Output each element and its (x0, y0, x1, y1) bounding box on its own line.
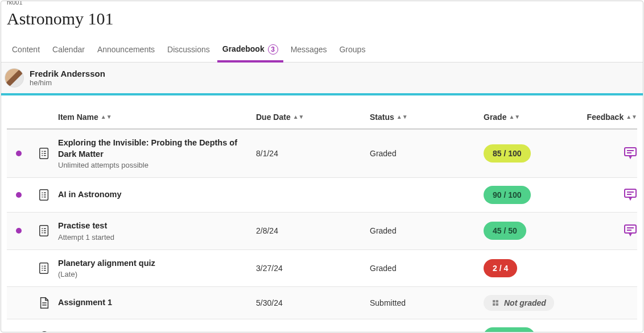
tab-gradebook[interactable]: Gradebook3 (216, 38, 284, 62)
sort-icon: ▲▼ (626, 114, 637, 120)
unread-dot-icon (16, 192, 22, 198)
col-item-name[interactable]: Item Name ▲▼ (58, 113, 256, 122)
page-title: Astronomy 101 (1, 6, 643, 38)
sort-icon: ▲▼ (397, 114, 408, 120)
grade-pill[interactable]: 190 / 200 (484, 327, 535, 332)
grade-pill[interactable]: 45 / 50 (484, 222, 526, 240)
test-icon (31, 188, 58, 202)
test-icon (31, 147, 58, 160)
col-due-label: Due Date (256, 113, 291, 122)
grade-pill[interactable]: 90 / 100 (484, 186, 531, 204)
item-name[interactable]: Discussion (58, 331, 256, 332)
nav-tabs: ContentCalendarAnnouncementsDiscussionsG… (1, 38, 643, 63)
tab-label: Content (12, 45, 40, 54)
col-item-label: Item Name (58, 113, 98, 122)
status: Graded (370, 226, 484, 235)
item-name[interactable]: AI in Astronomy (58, 189, 256, 201)
feedback-icon[interactable] (624, 194, 637, 203)
due-date: 8/1/24 (256, 149, 370, 158)
feedback-icon[interactable] (624, 152, 637, 161)
status: Graded (370, 264, 484, 273)
gradebook-grid: Item Name ▲▼ Due Date ▲▼ Status ▲▼ Grade… (1, 95, 643, 332)
status: Graded (370, 149, 484, 158)
item-name[interactable]: Assignment 1 (58, 297, 256, 309)
avatar[interactable] (5, 68, 24, 88)
item-subtext: Attempt 1 started (58, 233, 256, 242)
feedback-icon[interactable] (624, 230, 637, 239)
rubric-icon (492, 299, 499, 307)
table-row[interactable]: Discussion6/16/24190 / 200 (7, 319, 637, 332)
doc-icon (31, 296, 58, 310)
tab-label: Discussions (167, 45, 210, 54)
item-name[interactable]: Exploring the Invisible: Probing the Dep… (58, 138, 256, 160)
student-pronouns: he/him (30, 78, 105, 87)
item-subtext: (Late) (58, 270, 256, 278)
table-row[interactable]: Assignment 15/30/24SubmittedNot graded (7, 287, 637, 319)
col-feedback-label: Feedback (587, 113, 624, 122)
tab-label: Messages (291, 45, 327, 54)
grade-text: Not graded (504, 298, 546, 307)
tab-label: Groups (339, 45, 365, 54)
student-name: Fredrik Andersson (30, 69, 105, 78)
unread-dot-icon (16, 228, 22, 234)
status: Submitted (370, 298, 484, 307)
tab-badge: 3 (268, 44, 278, 55)
tab-label: Gradebook (222, 44, 265, 53)
table-row[interactable]: AI in Astronomy90 / 100 (7, 178, 637, 213)
tab-announcements[interactable]: Announcements (91, 38, 161, 61)
unread-dot-icon (16, 151, 22, 156)
col-status[interactable]: Status ▲▼ (370, 113, 484, 122)
table-row[interactable]: Planetary alignment quiz(Late)3/27/24Gra… (7, 250, 637, 288)
item-name[interactable]: Practise test (58, 220, 256, 232)
table-header-row: Item Name ▲▼ Due Date ▲▼ Status ▲▼ Grade… (7, 107, 637, 130)
table-row[interactable]: Practise testAttempt 1 started2/8/24Grad… (7, 213, 637, 250)
col-status-label: Status (370, 113, 394, 122)
tab-discussions[interactable]: Discussions (161, 38, 216, 61)
col-feedback[interactable]: Feedback ▲▼ (597, 113, 637, 122)
tab-label: Announcements (97, 45, 155, 54)
sort-icon: ▲▼ (509, 114, 520, 120)
tab-groups[interactable]: Groups (333, 38, 371, 61)
student-bar: Fredrik Andersson he/him (1, 63, 643, 95)
tab-label: Calendar (52, 45, 85, 54)
due-date: 5/30/24 (256, 298, 370, 307)
due-date: 3/27/24 (256, 264, 370, 273)
test-icon (31, 261, 58, 275)
tab-content[interactable]: Content (6, 38, 46, 61)
sort-icon: ▲▼ (101, 114, 112, 120)
grade-pill[interactable]: 2 / 4 (484, 259, 517, 277)
sort-icon: ▲▼ (293, 114, 304, 120)
tab-calendar[interactable]: Calendar (46, 38, 91, 61)
tab-messages[interactable]: Messages (284, 38, 333, 61)
test-icon (31, 224, 58, 238)
discussion-icon (31, 330, 58, 332)
grade-pill[interactable]: 85 / 100 (484, 144, 531, 163)
table-row[interactable]: Exploring the Invisible: Probing the Dep… (7, 130, 637, 178)
due-date: 2/8/24 (256, 226, 370, 235)
col-grade-label: Grade (484, 113, 506, 122)
item-subtext: Unlimited attempts possible (58, 161, 256, 169)
course-code: rk001 (1, 1, 643, 6)
item-name[interactable]: Planetary alignment quiz (58, 258, 256, 269)
col-grade[interactable]: Grade ▲▼ (484, 113, 597, 122)
grade-pill[interactable]: Not graded (484, 295, 554, 311)
col-due-date[interactable]: Due Date ▲▼ (256, 113, 370, 122)
